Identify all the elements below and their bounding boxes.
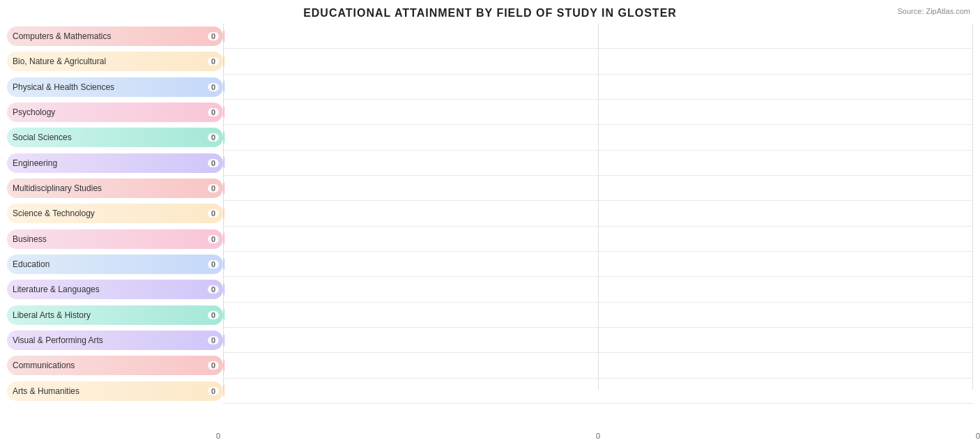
bar-value-badge-literature: 0 [208, 285, 219, 294]
bar-label-text-education: Education [13, 259, 49, 269]
bar-label-physical: Physical & Health Sciences0 [7, 77, 223, 97]
bar-value-badge-liberal: 0 [208, 311, 219, 319]
x-axis-labels: 000 [216, 432, 980, 440]
bar-row-science: Science & Technology0 [7, 201, 223, 226]
plot-bar-multi [223, 182, 224, 195]
bar-row-psychology: Psychology0 [7, 100, 223, 125]
plot-bar-liberal [223, 308, 224, 321]
bar-row-multi: Multidisciplinary Studies0 [7, 176, 223, 201]
bar-value-badge-psychology: 0 [208, 108, 219, 116]
plot-bar-computers [223, 30, 224, 43]
bar-label-science: Science & Technology0 [7, 204, 223, 223]
plot-bar-physical [223, 80, 224, 93]
plot-bar-education [223, 258, 224, 271]
bar-label-visual: Visual & Performing Arts0 [7, 331, 223, 350]
plot-row-arts [223, 379, 973, 404]
bar-label-computers: Computers & Mathematics0 [7, 26, 223, 46]
bar-label-text-computers: Computers & Mathematics [13, 31, 111, 41]
bar-label-education: Education0 [7, 255, 223, 274]
plot-bar-business [223, 232, 224, 245]
bar-row-bio: Bio, Nature & Agricultural0 [7, 49, 223, 74]
bar-row-physical: Physical & Health Sciences0 [7, 75, 223, 100]
bar-label-text-social: Social Sciences [13, 132, 72, 142]
plot-bar-arts [223, 384, 224, 397]
bar-label-text-arts: Arts & Humanities [13, 386, 79, 396]
bar-label-text-multi: Multidisciplinary Studies [13, 183, 102, 193]
plot-bar-literature [223, 283, 224, 296]
bar-row-literature: Literature & Languages0 [7, 277, 223, 302]
bar-value-badge-computers: 0 [208, 32, 219, 40]
bar-label-arts: Arts & Humanities0 [7, 381, 223, 401]
plot-area [223, 24, 973, 404]
plot-row-communications [223, 353, 973, 378]
bar-label-engineering: Engineering0 [7, 153, 223, 173]
bar-row-visual: Visual & Performing Arts0 [7, 328, 223, 353]
bar-row-arts: Arts & Humanities0 [7, 379, 223, 404]
bar-value-badge-bio: 0 [208, 57, 219, 66]
plot-bar-bio [223, 55, 224, 68]
bar-row-education: Education0 [7, 252, 223, 277]
plot-bar-communications [223, 359, 224, 372]
bar-label-text-visual: Visual & Performing Arts [13, 335, 103, 345]
bar-row-liberal: Liberal Arts & History0 [7, 303, 223, 328]
bar-label-liberal: Liberal Arts & History0 [7, 305, 223, 325]
bar-label-bio: Bio, Nature & Agricultural0 [7, 52, 223, 71]
bar-row-engineering: Engineering0 [7, 151, 223, 176]
plot-row-visual [223, 328, 973, 353]
bar-label-text-bio: Bio, Nature & Agricultural [13, 56, 106, 66]
plot-row-multi [223, 176, 973, 201]
plot-row-physical [223, 75, 973, 100]
bar-label-text-literature: Literature & Languages [13, 285, 100, 294]
plot-row-psychology [223, 100, 973, 125]
bar-label-text-communications: Communications [13, 361, 75, 370]
bar-value-badge-education: 0 [208, 260, 219, 268]
bar-value-badge-social: 0 [208, 133, 219, 142]
bar-value-badge-business: 0 [208, 235, 219, 243]
bar-value-badge-visual: 0 [208, 336, 219, 344]
bar-label-multi: Multidisciplinary Studies0 [7, 179, 223, 198]
chart-area: Computers & Mathematics0Bio, Nature & Ag… [7, 24, 973, 404]
bar-label-text-science: Science & Technology [13, 208, 95, 218]
plot-bar-engineering [223, 156, 224, 169]
bar-value-badge-multi: 0 [208, 184, 219, 192]
bar-value-badge-engineering: 0 [208, 159, 219, 167]
plot-row-liberal [223, 303, 973, 328]
bar-label-text-business: Business [13, 234, 47, 244]
plot-bar-science [223, 207, 224, 220]
bar-label-text-psychology: Psychology [13, 107, 55, 117]
bar-label-text-liberal: Liberal Arts & History [13, 310, 91, 320]
bar-row-communications: Communications0 [7, 353, 223, 378]
bar-row-business: Business0 [7, 227, 223, 252]
plot-row-computers [223, 24, 973, 49]
bar-value-badge-communications: 0 [208, 361, 219, 370]
bar-label-literature: Literature & Languages0 [7, 280, 223, 299]
plot-bar-visual [223, 334, 224, 347]
plot-row-social [223, 125, 973, 150]
bar-value-badge-physical: 0 [208, 83, 219, 91]
plot-row-business [223, 227, 973, 252]
bar-label-social: Social Sciences0 [7, 128, 223, 147]
chart-container: EDUCATIONAL ATTAINMENT BY FIELD OF STUDY… [0, 0, 980, 440]
x-axis-label-0: 0 [216, 432, 220, 440]
plot-row-science [223, 201, 973, 226]
bar-label-communications: Communications0 [7, 356, 223, 375]
y-axis-labels: Computers & Mathematics0Bio, Nature & Ag… [7, 24, 223, 404]
bar-label-business: Business0 [7, 229, 223, 249]
bar-label-psychology: Psychology0 [7, 103, 223, 122]
plot-row-engineering [223, 151, 973, 176]
bar-value-badge-science: 0 [208, 209, 219, 218]
bar-label-text-physical: Physical & Health Sciences [13, 82, 114, 92]
bar-row-computers: Computers & Mathematics0 [7, 24, 223, 49]
x-axis-label-2: 0 [976, 432, 980, 440]
chart-title: EDUCATIONAL ATTAINMENT BY FIELD OF STUDY… [7, 7, 973, 20]
x-axis-label-1: 0 [596, 432, 600, 440]
plot-row-literature [223, 277, 973, 302]
plot-row-bio [223, 49, 973, 74]
plot-bar-social [223, 131, 224, 144]
bar-row-social: Social Sciences0 [7, 125, 223, 150]
plot-bar-psychology [223, 106, 224, 119]
bar-value-badge-arts: 0 [208, 387, 219, 395]
plot-row-education [223, 252, 973, 277]
bar-label-text-engineering: Engineering [13, 158, 57, 168]
source-label: Source: ZipAtlas.com [897, 7, 970, 15]
